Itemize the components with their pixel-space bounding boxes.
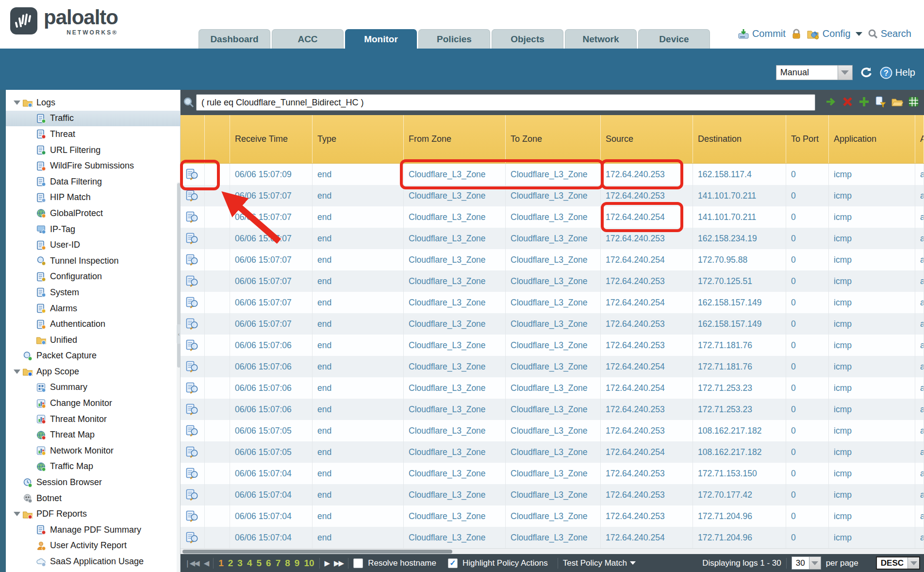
column-header-application[interactable]: Application <box>829 115 915 163</box>
sidebar-item-authentication[interactable]: Authentication <box>6 316 180 332</box>
sidebar-item-unified[interactable]: Unified <box>6 332 180 348</box>
log-detail-button[interactable] <box>181 335 205 356</box>
log-detail-button[interactable] <box>181 249 205 270</box>
sidebar-item-traffic-map[interactable]: Traffic Map <box>6 459 180 475</box>
apply-filter-button[interactable] <box>825 95 838 108</box>
sidebar-item-data-filtering[interactable]: Data Filtering <box>6 174 180 190</box>
column-header-to_zone[interactable]: To Zone <box>506 115 601 163</box>
tab-device[interactable]: Device <box>638 29 710 49</box>
per-page-dropdown-button[interactable] <box>809 557 821 569</box>
sidebar-item-url-filtering[interactable]: URL Filtering <box>6 142 180 158</box>
sidebar-item-ip-tag[interactable]: IP-Tag <box>6 221 180 237</box>
log-detail-button[interactable] <box>181 484 205 505</box>
sidebar-item-globalprotect[interactable]: GlobalProtect <box>6 205 180 221</box>
sidebar-item-threat[interactable]: Threat <box>6 126 180 142</box>
tab-network[interactable]: Network <box>565 29 637 49</box>
column-header-destination[interactable]: Destination <box>693 115 786 163</box>
load-filter-button[interactable] <box>891 95 904 108</box>
column-header-action[interactable]: A <box>915 115 924 163</box>
sidebar-item-session-browser[interactable]: Session Browser <box>6 474 180 490</box>
prev-page-button[interactable]: ◀ <box>204 559 209 568</box>
first-page-button[interactable]: ❘◀◀ <box>184 559 199 568</box>
column-header-source[interactable]: Source <box>601 115 693 163</box>
sidebar-item-system[interactable]: System <box>6 285 180 301</box>
tab-objects[interactable]: Objects <box>492 29 563 49</box>
log-detail-button[interactable] <box>181 185 205 206</box>
expander-icon[interactable] <box>12 370 22 374</box>
sidebar-item-user-id[interactable]: User-ID <box>6 237 180 253</box>
sidebar-item-summary[interactable]: Summary <box>6 380 180 396</box>
clear-filter-button[interactable] <box>841 95 854 108</box>
resolve-hostname-checkbox[interactable] <box>353 558 363 568</box>
tab-monitor[interactable]: Monitor <box>345 29 417 49</box>
refresh-interval-dropdown-button[interactable] <box>838 66 852 80</box>
refresh-interval-select[interactable]: Manual <box>776 65 853 80</box>
refresh-icon[interactable] <box>859 67 873 79</box>
expander-icon[interactable] <box>12 512 22 516</box>
last-page-button[interactable]: ▶▶ <box>334 559 343 568</box>
per-page-select[interactable]: 30 <box>792 556 821 570</box>
sidebar-item-manage-pdf-summary[interactable]: Manage PDF Summary <box>6 522 180 538</box>
log-detail-button[interactable] <box>181 206 205 228</box>
tab-acc[interactable]: ACC <box>272 29 344 49</box>
global-search-button[interactable]: Search <box>868 28 911 39</box>
page-number-6[interactable]: 6 <box>266 558 271 569</box>
column-header-from_zone[interactable]: From Zone <box>404 115 506 163</box>
log-detail-button[interactable] <box>181 292 205 313</box>
log-detail-button[interactable] <box>181 463 205 484</box>
page-number-8[interactable]: 8 <box>285 558 290 569</box>
page-number-3[interactable]: 3 <box>237 558 243 569</box>
sidebar-item-app-scope[interactable]: App Scope <box>6 364 180 380</box>
page-number-7[interactable]: 7 <box>276 558 281 569</box>
save-filter-button[interactable] <box>874 95 887 108</box>
tab-dashboard[interactable]: Dashboard <box>198 29 270 49</box>
page-number-9[interactable]: 9 <box>295 558 300 569</box>
tab-policies[interactable]: Policies <box>418 29 490 49</box>
horizontal-scrollbar[interactable] <box>181 548 924 554</box>
log-detail-button[interactable] <box>181 164 205 185</box>
log-detail-button[interactable] <box>181 505 205 527</box>
sidebar-item-logs[interactable]: Logs <box>6 95 180 111</box>
sidebar-item-threat-map[interactable]: Threat Map <box>6 427 180 443</box>
sidebar-item-wildfire-submissions[interactable]: WildFire Submissions <box>6 158 180 174</box>
log-detail-button[interactable] <box>181 399 205 420</box>
column-header-type[interactable]: Type <box>313 115 404 163</box>
test-policy-match-button[interactable]: Test Policy Match <box>563 558 636 568</box>
expander-icon[interactable] <box>12 101 22 105</box>
sort-order-dropdown-button[interactable] <box>908 557 919 569</box>
export-button[interactable] <box>907 95 920 108</box>
column-header-to_port[interactable]: To Port <box>786 115 829 163</box>
sidebar-item-network-monitor[interactable]: Network Monitor <box>6 443 180 459</box>
log-detail-button[interactable] <box>181 420 205 441</box>
log-detail-button[interactable] <box>181 313 205 335</box>
sort-order-select[interactable]: DESC <box>876 556 920 570</box>
column-header-receive_time[interactable]: Receive Time <box>230 115 313 163</box>
sidebar-item-tunnel-inspection[interactable]: Tunnel Inspection <box>6 253 180 269</box>
next-page-button[interactable]: ▶ <box>325 559 330 568</box>
log-detail-button[interactable] <box>181 228 205 249</box>
sidebar-item-botnet[interactable]: Botnet <box>6 490 180 506</box>
sidebar-item-alarms[interactable]: Alarms <box>6 301 180 317</box>
help-button[interactable]: ? Help <box>880 67 915 79</box>
page-number-4[interactable]: 4 <box>247 558 252 569</box>
lock-icon[interactable] <box>792 29 801 39</box>
sidebar-item-user-activity-report[interactable]: User Activity Report <box>6 538 180 554</box>
sidebar-item-configuration[interactable]: Configuration <box>6 269 180 285</box>
highlight-policy-actions-checkbox[interactable]: ✓ <box>448 558 458 568</box>
page-number-1[interactable]: 1 <box>218 558 224 569</box>
log-detail-button[interactable] <box>181 441 205 463</box>
log-detail-button[interactable] <box>181 377 205 399</box>
sidebar-item-saas-application-usage[interactable]: SaaS Application Usage <box>6 554 180 570</box>
commit-button[interactable]: Commit <box>738 28 786 39</box>
sidebar-item-threat-monitor[interactable]: Threat Monitor <box>6 411 180 427</box>
sidebar-item-change-monitor[interactable]: Change Monitor <box>6 395 180 411</box>
sidebar-item-pdf-reports[interactable]: PDF Reports <box>6 506 180 522</box>
add-filter-button[interactable] <box>858 95 871 108</box>
log-detail-button[interactable] <box>181 356 205 377</box>
sidebar-scrollbar[interactable] <box>177 182 181 572</box>
config-menu-button[interactable]: Config <box>807 28 862 39</box>
log-filter-input[interactable] <box>196 94 815 111</box>
sidebar-item-traffic[interactable]: Traffic <box>6 111 180 127</box>
page-number-10[interactable]: 10 <box>304 558 314 569</box>
page-number-5[interactable]: 5 <box>257 558 262 569</box>
